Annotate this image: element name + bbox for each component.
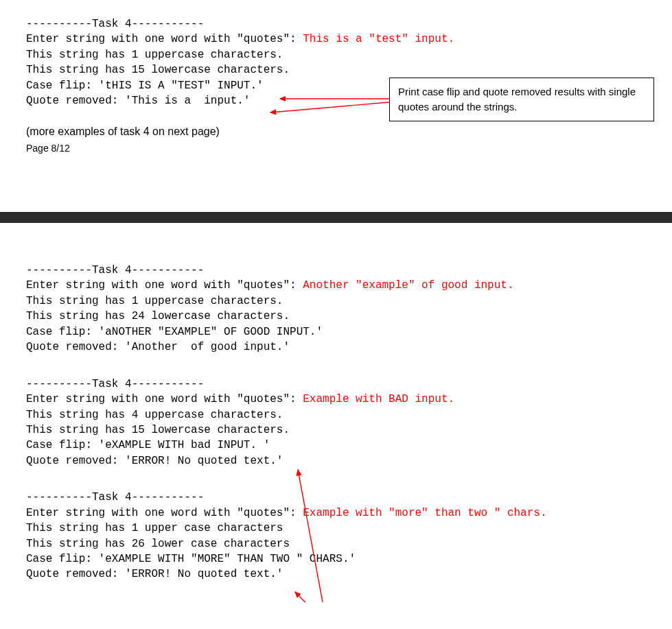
blank-gap (26, 475, 646, 490)
lower-count: This string has 15 lowercase characters. (26, 423, 646, 438)
page-count: Page 8/12 (26, 142, 646, 156)
blank-gap (26, 361, 646, 376)
task-header: ----------Task 4----------- (26, 263, 646, 278)
quote-removed: Quote removed: 'ERROR! No quoted text.' (26, 453, 646, 468)
task-header: ----------Task 4----------- (26, 490, 646, 505)
case-flip: Case flip: 'eXAMPLE WITH "MORE" THAN TWO… (26, 551, 646, 567)
lower-count: This string has 24 lowercase characters. (26, 309, 646, 324)
upper-count: This string has 1 uppercase characters. (26, 47, 646, 62)
callout-box: Print case flip and quote removed result… (389, 78, 654, 121)
svg-line-3 (295, 592, 327, 602)
user-input: This is a "test" input. (303, 33, 454, 45)
page-divider (0, 212, 672, 223)
task-header: ----------Task 4----------- (26, 16, 646, 32)
upper-count: This string has 1 upper case characters (26, 521, 646, 536)
prompt-line: Enter string with one word with "quotes"… (26, 32, 646, 47)
example-3: ----------Task 4----------- Enter string… (26, 490, 646, 582)
page-bottom: ----------Task 4----------- Enter string… (0, 223, 672, 602)
prompt-label: Enter string with one word with "quotes"… (26, 393, 303, 405)
more-examples-note: (more examples of task 4 on next page) (26, 124, 646, 139)
quote-removed: Quote removed: 'Another of good input.' (26, 340, 646, 355)
user-input: Another "example" of good input. (303, 279, 513, 292)
quote-removed: Quote removed: 'ERROR! No quoted text.' (26, 567, 646, 582)
example-2: ----------Task 4----------- Enter string… (26, 377, 646, 468)
user-input: Example with "more" than two " chars. (303, 507, 546, 519)
example-1: ----------Task 4----------- Enter string… (26, 263, 646, 355)
case-flip: Case flip: 'eXAMPLE WITH bad INPUT. ' (26, 438, 646, 453)
upper-count: This string has 1 uppercase characters. (26, 294, 646, 309)
user-input: Example with BAD input. (303, 393, 454, 405)
case-flip: Case flip: 'aNOTHER "EXAMPLE" OF GOOD IN… (26, 324, 646, 340)
task-header: ----------Task 4----------- (26, 377, 646, 392)
callout-text: Print case flip and quote removed result… (398, 86, 636, 112)
upper-count: This string has 4 uppercase characters. (26, 407, 646, 423)
prompt-line: Enter string with one word with "quotes"… (26, 392, 646, 407)
page-top: ----------Task 4----------- Enter string… (0, 0, 672, 212)
prompt-label: Enter string with one word with "quotes"… (26, 507, 303, 519)
lower-count: This string has 15 lowercase characters. (26, 62, 646, 78)
prompt-label: Enter string with one word with "quotes"… (26, 33, 303, 45)
lower-count: This string has 26 lower case characters (26, 536, 646, 551)
prompt-line: Enter string with one word with "quotes"… (26, 278, 646, 293)
prompt-line: Enter string with one word with "quotes"… (26, 506, 646, 521)
prompt-label: Enter string with one word with "quotes"… (26, 279, 303, 292)
